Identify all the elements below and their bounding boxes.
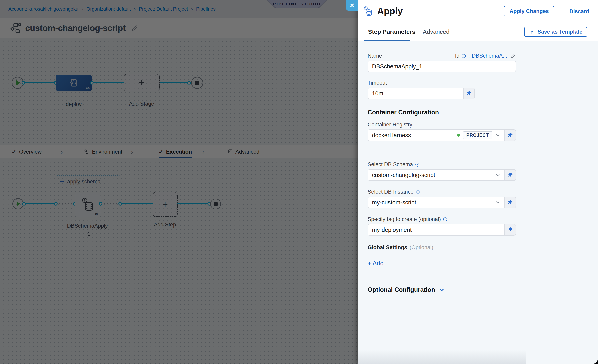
id-label: Id xyxy=(455,53,460,59)
active-tab-underline xyxy=(364,40,410,41)
pin-icon xyxy=(507,227,513,233)
id-value[interactable]: DBSchemaA... xyxy=(472,53,507,59)
container-registry-label: Container Registry xyxy=(368,122,598,128)
select-db-instance-label: Select DB Instance xyxy=(368,189,598,195)
container-registry-select[interactable]: dockerHarness PROJECT xyxy=(368,129,504,141)
connector-status-dot xyxy=(457,134,460,137)
container-registry-value: dockerHarness xyxy=(372,132,411,139)
chevron-down-icon[interactable] xyxy=(495,172,500,178)
name-label: Name xyxy=(368,53,382,59)
pin-icon xyxy=(507,172,513,178)
tag-to-create-label: Specify tag to create (optional) xyxy=(368,216,598,222)
apply-changes-button[interactable]: Apply Changes xyxy=(504,6,554,17)
id-colon: : xyxy=(468,53,470,59)
info-icon[interactable] xyxy=(415,162,420,167)
pipeline-studio-screen: Account: kurosakiichigo.songoku › Organi… xyxy=(0,0,598,364)
db-apply-icon xyxy=(364,6,372,17)
step-config-drawer: ✕ Apply Apply Changes Discard Step Param… xyxy=(358,0,598,364)
info-icon[interactable] xyxy=(461,54,466,58)
registry-pin-button[interactable] xyxy=(504,129,516,141)
tag-input[interactable] xyxy=(372,227,500,233)
upload-icon xyxy=(529,29,535,35)
db-instance-select[interactable]: my-custom-script xyxy=(368,197,504,208)
db-schema-value: custom-changelog-script xyxy=(372,172,435,178)
optional-configuration-toggle[interactable]: Optional Configuration xyxy=(368,286,598,293)
db-instance-value: my-custom-script xyxy=(372,199,416,206)
section-divider xyxy=(368,151,516,151)
drawer-title: Apply xyxy=(377,6,403,17)
tag-pin-button[interactable] xyxy=(504,224,516,236)
scope-badge: PROJECT xyxy=(463,131,492,139)
timeout-label: Timeout xyxy=(368,80,598,86)
pin-icon xyxy=(507,132,513,138)
optional-configuration-label: Optional Configuration xyxy=(368,286,435,293)
info-icon[interactable] xyxy=(415,190,420,194)
edit-id-icon[interactable] xyxy=(510,53,516,59)
tab-step-parameters[interactable]: Step Parameters xyxy=(368,28,415,35)
chevron-down-icon xyxy=(439,287,445,293)
name-input[interactable] xyxy=(372,63,512,70)
drawer-tab-bar: Step Parameters Advanced Save as Templat… xyxy=(358,23,598,41)
chevron-down-icon[interactable] xyxy=(495,132,500,138)
timeout-input[interactable] xyxy=(372,90,459,97)
drawer-header: Apply Apply Changes Discard xyxy=(358,0,598,23)
close-drawer-button[interactable]: ✕ xyxy=(346,0,358,11)
close-icon: ✕ xyxy=(349,2,354,9)
save-as-template-label: Save as Template xyxy=(537,29,582,35)
db-instance-pin-button[interactable] xyxy=(504,197,516,208)
global-settings-label: Global Settings (Optional) xyxy=(368,244,598,251)
modal-dim-overlay[interactable] xyxy=(0,0,358,364)
select-db-schema-label: Select DB Schema xyxy=(368,161,598,168)
tab-advanced-drawer[interactable]: Advanced xyxy=(423,28,449,35)
pipeline-editor-region: Account: kurosakiichigo.songoku › Organi… xyxy=(0,0,358,364)
pin-icon xyxy=(507,200,513,205)
pin-icon xyxy=(466,91,472,96)
db-schema-select[interactable]: custom-changelog-script xyxy=(368,169,504,181)
add-global-setting-link[interactable]: + Add xyxy=(368,260,384,267)
discard-button[interactable]: Discard xyxy=(569,8,589,15)
timeout-pin-button[interactable] xyxy=(463,88,475,99)
chevron-down-icon[interactable] xyxy=(495,200,500,205)
optional-hint: (Optional) xyxy=(410,244,433,251)
info-icon[interactable] xyxy=(443,217,448,222)
db-schema-pin-button[interactable] xyxy=(504,169,516,181)
step-parameters-form: Name Id : DBSchemaA... Timeout xyxy=(358,41,598,364)
container-configuration-heading: Container Configuration xyxy=(368,109,598,116)
save-as-template-button[interactable]: Save as Template xyxy=(524,27,587,37)
